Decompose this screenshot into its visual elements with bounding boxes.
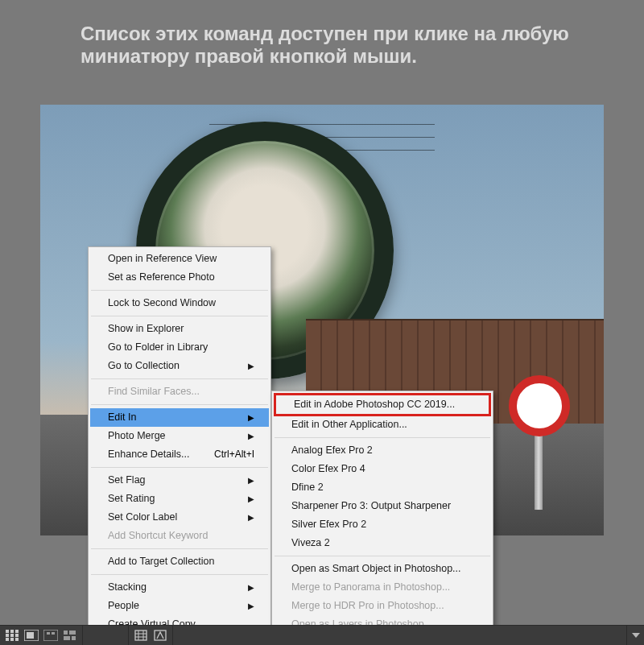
context-menu: Open in Reference ViewSet as Reference P…	[88, 246, 271, 645]
menu-item-shortcut: Ctrl+Alt+I	[203, 448, 254, 461]
menu-item-stacking[interactable]: Stacking▶	[90, 578, 269, 597]
svg-rect-15	[69, 631, 76, 635]
menu-item-label: Viveza 2	[291, 536, 477, 550]
bottom-toolbar	[0, 625, 644, 645]
edit-in-submenu: Edit in Adobe Photoshop CC 2019...Edit i…	[271, 391, 493, 637]
menu-item-label: Find Similar Faces...	[108, 385, 254, 399]
chevron-right-icon: ▶	[240, 581, 254, 594]
menu-item-set-rating[interactable]: Set Rating▶	[90, 490, 269, 508]
menu-separator	[91, 574, 268, 575]
soft-proof-icon[interactable]	[151, 628, 169, 643]
menu-item-set-color-label[interactable]: Set Color Label▶	[90, 508, 269, 527]
menu-separator	[275, 556, 490, 556]
submenu-item-sharpener-pro-3-output-sharpener[interactable]: Sharpener Pro 3: Output Sharpener	[274, 497, 491, 515]
menu-item-add-to-target-collection[interactable]: Add to Target Collection	[90, 552, 269, 571]
toolbar-options-dropdown[interactable]	[626, 626, 644, 645]
menu-item-label: Merge to Panorama in Photoshop...	[291, 581, 477, 594]
submenu-item-dfine-2[interactable]: Dfine 2	[274, 478, 491, 497]
compare-view-icon[interactable]	[42, 628, 60, 643]
chevron-right-icon: ▶	[240, 359, 254, 373]
menu-item-edit-in[interactable]: Edit In▶	[90, 408, 269, 427]
menu-item-set-as-reference-photo[interactable]: Set as Reference Photo	[90, 268, 269, 287]
menu-item-people[interactable]: People▶	[90, 597, 269, 615]
menu-separator	[91, 548, 268, 549]
menu-item-enhance-details[interactable]: Enhance Details...Ctrl+Alt+I	[90, 445, 269, 464]
menu-item-label: Dfine 2	[291, 481, 477, 494]
menu-item-label: Add to Target Collection	[108, 555, 254, 569]
chevron-right-icon: ▶	[240, 473, 254, 487]
menu-item-label: Enhance Details...	[108, 448, 203, 461]
submenu-item-open-as-smart-object-in-photoshop[interactable]: Open as Smart Object in Photoshop...	[274, 560, 491, 578]
submenu-item-merge-to-hdr-pro-in-photoshop: Merge to HDR Pro in Photoshop...	[274, 597, 491, 615]
menu-separator	[91, 290, 268, 291]
chevron-right-icon: ▶	[240, 411, 254, 424]
survey-view-icon[interactable]	[61, 628, 79, 643]
menu-item-label: Edit In	[108, 411, 240, 424]
menu-item-show-in-explorer[interactable]: Show in Explorer	[90, 320, 269, 338]
instruction-caption: Список этих команд доступен при клике на…	[80, 23, 644, 67]
menu-item-label: Go to Collection	[108, 359, 240, 373]
svg-rect-3	[6, 634, 9, 637]
svg-rect-16	[64, 636, 70, 640]
menu-item-photo-merge[interactable]: Photo Merge▶	[90, 427, 269, 445]
submenu-item-merge-to-panorama-in-photoshop: Merge to Panorama in Photoshop...	[274, 578, 491, 597]
crop-overlay-icon[interactable]	[132, 628, 150, 643]
menu-item-go-to-collection[interactable]: Go to Collection▶	[90, 357, 269, 375]
submenu-item-viveza-2[interactable]: Viveza 2	[274, 534, 491, 552]
submenu-item-color-efex-pro-4[interactable]: Color Efex Pro 4	[274, 460, 491, 478]
menu-item-label: Set Color Label	[108, 511, 240, 524]
svg-rect-8	[15, 638, 19, 641]
chevron-right-icon: ▶	[240, 429, 254, 443]
menu-item-label: Lock to Second Window	[108, 296, 254, 310]
menu-item-label: Set as Reference Photo	[108, 271, 254, 284]
svg-rect-12	[47, 632, 50, 635]
svg-rect-18	[135, 631, 147, 640]
svg-rect-7	[10, 638, 14, 641]
svg-rect-6	[6, 638, 9, 641]
menu-item-label: Show in Explorer	[108, 322, 254, 336]
menu-item-find-similar-faces: Find Similar Faces...	[90, 382, 269, 401]
menu-separator	[275, 437, 490, 438]
menu-item-open-in-reference-view[interactable]: Open in Reference View	[90, 250, 269, 268]
menu-item-set-flag[interactable]: Set Flag▶	[90, 471, 269, 490]
chevron-right-icon: ▶	[240, 599, 254, 613]
menu-item-label: Analog Efex Pro 2	[291, 444, 477, 457]
svg-rect-17	[72, 636, 76, 640]
submenu-item-edit-in-other-application[interactable]: Edit in Other Application...	[274, 416, 491, 434]
menu-separator	[91, 404, 268, 405]
menu-item-label: Merge to HDR Pro in Photoshop...	[291, 599, 477, 613]
submenu-item-analog-efex-pro-2[interactable]: Analog Efex Pro 2	[274, 441, 491, 460]
menu-item-label: People	[108, 599, 240, 613]
menu-item-label: Go to Folder in Library	[108, 341, 254, 354]
chevron-right-icon: ▶	[240, 492, 254, 506]
menu-item-label: Add Shortcut Keyword	[108, 529, 254, 543]
menu-separator	[91, 378, 268, 379]
menu-item-label: Color Efex Pro 4	[291, 462, 477, 476]
menu-item-add-shortcut-keyword: Add Shortcut Keyword	[90, 527, 269, 545]
menu-separator	[91, 316, 268, 316]
menu-item-label: Edit in Other Application...	[291, 418, 477, 432]
menu-item-label: Open as Smart Object in Photoshop...	[291, 562, 477, 576]
menu-item-label: Photo Merge	[108, 429, 240, 443]
svg-rect-10	[27, 632, 34, 639]
chevron-right-icon: ▶	[240, 511, 254, 524]
menu-item-label: Silver Efex Pro 2	[291, 518, 477, 531]
menu-item-label: Edit in Adobe Photoshop CC 2019...	[294, 398, 474, 411]
svg-rect-5	[15, 634, 19, 637]
menu-separator	[91, 467, 268, 468]
menu-item-label: Set Rating	[108, 492, 240, 506]
menu-item-lock-to-second-window[interactable]: Lock to Second Window	[90, 294, 269, 312]
grid-view-icon[interactable]	[3, 628, 21, 643]
svg-rect-14	[64, 631, 68, 635]
menu-item-label: Open in Reference View	[108, 252, 254, 266]
menu-item-label: Set Flag	[108, 473, 240, 487]
loupe-view-icon[interactable]	[23, 628, 40, 643]
svg-rect-0	[6, 630, 9, 633]
menu-item-label: Stacking	[108, 581, 240, 594]
submenu-item-silver-efex-pro-2[interactable]: Silver Efex Pro 2	[274, 515, 491, 534]
menu-item-go-to-folder-in-library[interactable]: Go to Folder in Library	[90, 338, 269, 357]
svg-rect-13	[52, 632, 55, 635]
submenu-item-edit-in-adobe-photoshop-cc-2019[interactable]: Edit in Adobe Photoshop CC 2019...	[274, 393, 491, 416]
svg-rect-4	[10, 634, 14, 637]
svg-rect-1	[10, 630, 14, 633]
